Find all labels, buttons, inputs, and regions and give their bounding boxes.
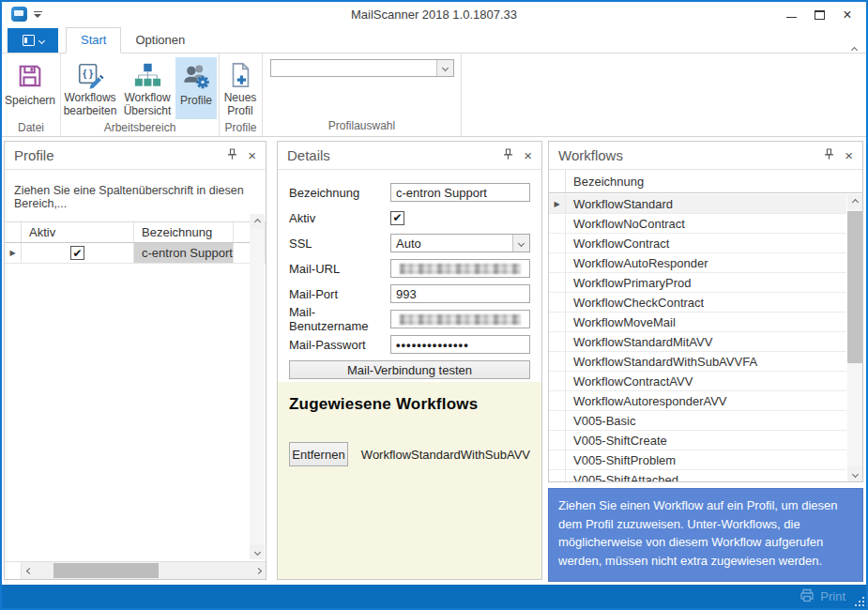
print-label: Print [820, 589, 845, 603]
workflow-row[interactable]: WorkflowStandardWithSubAVVFA [549, 352, 846, 372]
profile-horizontal-scrollbar[interactable] [5, 561, 266, 579]
close-panel-icon[interactable]: × [845, 148, 853, 162]
details-panel-title: Details [287, 147, 330, 163]
workflow-row[interactable]: V005-ShiftAttached [549, 470, 846, 481]
row-indicator [549, 391, 566, 410]
mail-benutzername-input[interactable] [390, 310, 530, 328]
workflow-hint-box: Ziehen Sie einen Workflow auf ein Profil… [548, 488, 863, 582]
workflow-name: V005-ShiftAttached [566, 470, 846, 481]
app-menu-button[interactable] [8, 28, 58, 53]
workflow-name: WorkflowStandardMitAVV [566, 332, 846, 351]
profile-vertical-scrollbar[interactable] [250, 214, 265, 559]
entfernen-button[interactable]: Entfernen [289, 442, 348, 466]
group-label-datei: Datei [2, 119, 60, 138]
workflow-row[interactable]: WorkflowContractAVV [549, 372, 846, 391]
workflow-uebersicht-button[interactable]: Workflow Übersicht [119, 57, 175, 119]
edit-workflows-icon: { } [74, 60, 106, 89]
chevron-up-icon [851, 47, 858, 53]
ssl-dropdown[interactable]: Auto [390, 234, 530, 252]
dropdown-button[interactable] [436, 60, 453, 76]
workflows-vertical-scrollbar[interactable] [847, 194, 862, 481]
scrollbar-thumb[interactable] [847, 211, 862, 363]
workflow-row[interactable]: V005-Basic [549, 411, 846, 431]
column-header-bezeichnung[interactable]: Bezeichnung [134, 222, 234, 242]
profile-button[interactable]: Profile [175, 57, 217, 119]
row-indicator [549, 313, 566, 331]
pin-icon[interactable] [503, 147, 513, 164]
org-chart-icon [131, 60, 163, 89]
aktiv-cell[interactable]: ✔ [22, 243, 134, 263]
workflow-row[interactable]: WorkflowCheckContract [549, 293, 846, 313]
workflow-row[interactable]: WorkflowAutoResponder [549, 253, 846, 273]
indicator-column-header [549, 170, 566, 192]
assigned-workflows-heading: Zugewiesene Workflows [289, 395, 530, 414]
workflow-name: V005-Basic [566, 411, 846, 430]
workflows-table-header: Bezeichnung [549, 170, 862, 193]
workflow-row[interactable]: WorkflowContract [549, 234, 846, 253]
workflow-row[interactable]: WorkflowMoveMail [549, 313, 846, 332]
workflows-bearbeiten-label: Workflows bearbeiten [64, 91, 117, 117]
pin-icon[interactable] [227, 147, 237, 164]
column-header-bezeichnung[interactable]: Bezeichnung [566, 170, 862, 192]
workflow-row[interactable]: ▶ WorkflowStandard [549, 194, 846, 214]
chevron-right-icon [254, 567, 261, 573]
scroll-down-button[interactable] [250, 544, 265, 559]
workflow-row[interactable]: WorkflowStandardMitAVV [549, 332, 846, 352]
indicator-column-header [5, 222, 22, 242]
details-form: Bezeichnung c-entron Support Aktiv ✔ SSL… [278, 170, 541, 379]
profilauswahl-dropdown[interactable] [270, 59, 454, 77]
ssl-value: Auto [396, 236, 421, 251]
tab-optionen[interactable]: Optionen [121, 28, 199, 53]
scrollbar-corner [5, 562, 22, 579]
workflow-row[interactable]: WorkflowPrimaryProd [549, 273, 846, 293]
groupby-hint: Ziehen Sie eine Spaltenüberschrift in di… [5, 170, 266, 221]
print-button[interactable]: Print [799, 588, 845, 605]
mail-passwort-input[interactable]: •••••••••••••• [390, 335, 530, 354]
bezeichnung-cell[interactable]: c-entron Support [134, 243, 234, 263]
workflow-row[interactable]: WorkflowAutoresponderAVV [549, 391, 846, 411]
details-panel-header: Details × [278, 142, 541, 170]
scrollbar-thumb[interactable] [53, 563, 159, 578]
scroll-up-button[interactable] [847, 194, 862, 209]
workflow-name: WorkflowCheckContract [566, 293, 846, 312]
column-header-aktiv[interactable]: Aktiv [22, 222, 134, 242]
scroll-right-button[interactable] [251, 562, 266, 579]
mail-verbindung-testen-button[interactable]: Mail-Verbindung testen [289, 360, 530, 379]
ribbon-group-datei: Speichern Datei [2, 53, 61, 136]
close-panel-icon[interactable]: × [248, 148, 256, 162]
resize-grip[interactable] [856, 598, 864, 606]
workflow-row[interactable]: WorkflowNoContract [549, 214, 846, 234]
workflow-name: WorkflowContract [566, 234, 846, 252]
workflows-bearbeiten-button[interactable]: { } Workflows bearbeiten [61, 57, 119, 119]
neues-profil-button[interactable]: Neues Profil [220, 57, 261, 119]
group-label-profile: Profile [220, 119, 262, 138]
maximize-button[interactable] [806, 5, 832, 24]
workflow-name: WorkflowAutoresponderAVV [566, 391, 846, 410]
chevron-up-icon [851, 198, 858, 205]
dropdown-button[interactable] [512, 235, 529, 252]
scroll-down-button[interactable] [847, 466, 862, 481]
workflow-row[interactable]: V005-ShiftProblem [549, 450, 846, 470]
row-indicator [549, 372, 566, 390]
minimize-button[interactable] [778, 5, 804, 24]
row-indicator [549, 352, 566, 371]
status-bar: Print [2, 585, 866, 608]
scroll-up-button[interactable] [250, 214, 265, 229]
close-button[interactable]: × [834, 5, 860, 24]
speichern-button[interactable]: Speichern [2, 57, 58, 119]
pin-icon[interactable] [824, 147, 834, 164]
workflow-row[interactable]: V005-ShiftCreate [549, 431, 846, 450]
assigned-workflow-name: WorkflowStandardWithSubAVV [361, 448, 530, 462]
row-indicator [549, 431, 566, 450]
scrollbar-track[interactable] [37, 562, 251, 579]
mail-port-input[interactable]: 993 [390, 284, 530, 303]
bezeichnung-input[interactable]: c-entron Support [390, 183, 530, 202]
workflows-panel-title: Workflows [558, 147, 623, 163]
mail-url-input[interactable] [390, 259, 530, 278]
profile-row[interactable]: ▶ ✔ c-entron Support [5, 243, 266, 264]
aktiv-checkbox[interactable]: ✔ [390, 211, 404, 225]
checkbox-checked[interactable]: ✔ [70, 246, 84, 260]
close-panel-icon[interactable]: × [524, 148, 532, 162]
tab-start[interactable]: Start [66, 27, 121, 53]
scroll-left-button[interactable] [22, 562, 37, 579]
